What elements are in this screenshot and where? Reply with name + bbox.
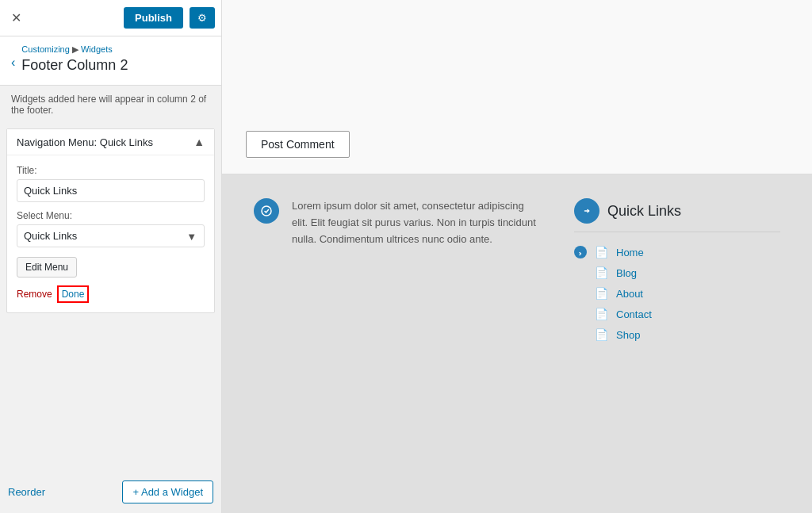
nav-link-home[interactable]: Home [616,247,644,258]
nav-link-shop[interactable]: Shop [616,329,640,341]
right-panel: Post Comment Lorem ipsum dolor sit amet,… [222,0,812,513]
breadcrumb-content: Customizing ▶ Widgets Footer Column 2 [21,44,210,74]
select-menu-label: Select Menu: [17,210,205,221]
breadcrumb-section: ‹ Customizing ▶ Widgets Footer Column 2 [0,36,221,86]
nav-item-about: 📄 About [574,283,780,304]
widget-box: Navigation Menu: Quick Links ▲ Title: Se… [6,128,215,313]
preview-top: Post Comment [222,0,812,174]
nav-link-contact[interactable]: Contact [616,308,652,320]
breadcrumb-arrow: ▶ [72,44,79,54]
nav-link-blog[interactable]: Blog [616,267,637,279]
remove-link[interactable]: Remove [17,289,52,300]
doc-icon-contact: 📄 [595,308,608,320]
widget-body: Title: Select Menu: Quick Links Main Men… [7,155,214,312]
footer-right: Quick Links 📄 Home 📄 Blog 📄 [574,198,780,489]
chevron-up-icon: ▲ [193,136,205,148]
doc-icon-about: 📄 [595,287,608,300]
doc-icon-shop: 📄 [595,328,608,341]
breadcrumb: Customizing ▶ Widgets [21,44,210,55]
nav-item-blog: 📄 Blog [574,262,780,283]
nav-item-home: 📄 Home [574,242,780,262]
nav-item-shop: 📄 Shop [574,324,780,345]
close-button[interactable]: ✕ [6,7,26,29]
widget-actions: Remove Done [17,285,205,303]
edit-menu-button[interactable]: Edit Menu [17,257,77,278]
bottom-actions: Reorder + Add a Widget [0,471,221,513]
page-title: Footer Column 2 [21,57,210,74]
left-panel: ✕ Publish ⚙ ‹ Customizing ▶ Widgets Foot… [0,0,222,513]
post-comment-button[interactable]: Post Comment [246,131,350,158]
quick-links-icon [574,198,599,224]
title-label: Title: [17,165,205,176]
gear-button[interactable]: ⚙ [190,7,215,29]
title-input[interactable] [17,179,205,202]
footer-lorem-text: Lorem ipsum dolor sit amet, consectetur … [292,198,542,247]
quick-links-header: Quick Links [574,198,780,232]
done-link[interactable]: Done [57,285,90,303]
select-menu-dropdown[interactable]: Quick Links Main Menu Footer Menu [17,224,205,247]
nav-home-icon [574,246,587,258]
footer-left: Lorem ipsum dolor sit amet, consectetur … [254,198,542,489]
breadcrumb-customizing[interactable]: Customizing [21,44,70,54]
footer-left-icon [254,198,279,224]
top-bar: ✕ Publish ⚙ [0,0,221,36]
nav-item-contact: 📄 Contact [574,304,780,324]
nav-link-about[interactable]: About [616,288,643,300]
doc-icon-home: 📄 [595,246,608,258]
back-button[interactable]: ‹ [11,56,15,70]
select-menu-wrapper: Quick Links Main Menu Footer Menu ▼ [17,224,205,247]
doc-icon-blog: 📄 [595,266,608,279]
preview-footer: Lorem ipsum dolor sit amet, consectetur … [222,174,812,513]
description-text: Widgets added here will appear in column… [0,86,221,124]
add-widget-button[interactable]: + Add a Widget [122,480,213,503]
quick-links-title: Quick Links [607,203,681,220]
svg-point-0 [262,206,271,216]
breadcrumb-widgets[interactable]: Widgets [81,44,113,54]
reorder-link[interactable]: Reorder [8,486,45,498]
widget-title: Navigation Menu: Quick Links [17,136,153,148]
publish-button[interactable]: Publish [124,7,183,29]
widget-header[interactable]: Navigation Menu: Quick Links ▲ [7,129,214,155]
